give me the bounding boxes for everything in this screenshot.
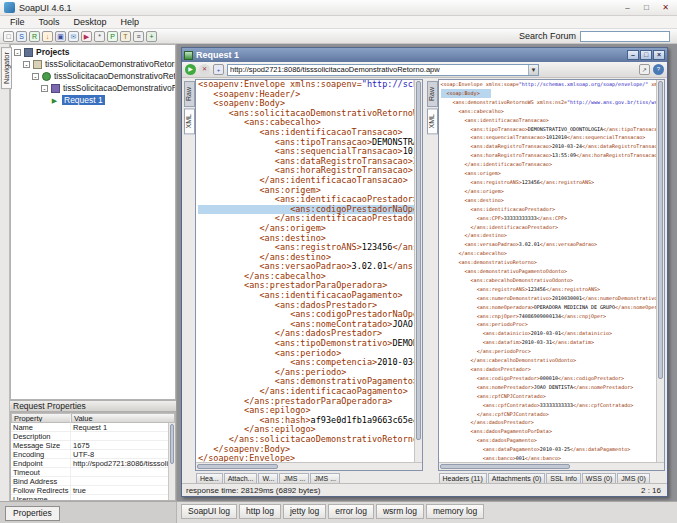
xml-line[interactable]: <ans:sequencialTransacao>1012010</ans:se…	[441, 133, 646, 142]
add-to-testcase-icon[interactable]: +	[213, 64, 224, 75]
float-window-icon[interactable]: –	[627, 50, 639, 60]
log-tab-error-log[interactable]: error log	[328, 504, 374, 519]
proxy-icon[interactable]: P	[107, 31, 118, 42]
save-all-projects-icon[interactable]: ▣	[55, 31, 66, 42]
search-input[interactable]	[580, 31, 670, 42]
xml-line[interactable]: </ans:origem>	[441, 187, 504, 196]
log-tab-jetty-log[interactable]: jetty log	[283, 504, 326, 519]
xml-line[interactable]: <soap:Envelope xmlns:soap="http://schema…	[441, 80, 657, 89]
request-horizontal-scrollbar[interactable]	[196, 462, 422, 470]
response-hscroll-thumb[interactable]	[440, 464, 571, 469]
maximize-window-icon[interactable]: □	[640, 50, 652, 60]
xml-line[interactable]: </ans:cabecalhoDemonstrativoOdonto>	[441, 356, 576, 365]
response-editor-tab-raw[interactable]: Raw	[427, 81, 438, 107]
submit-request-icon[interactable]: ▶	[185, 64, 196, 75]
xml-line[interactable]: <ans:demonstrativoRetornoWS xmlns:ns2="h…	[441, 98, 657, 107]
xml-line[interactable]: <ans:dataPagamento>2010-03-25</ans:dataP…	[441, 445, 631, 454]
endpoint-combo[interactable]: http://spod2721:8086/tisssolicitacaoDemo…	[227, 64, 539, 76]
xml-line[interactable]: <ans:origem>	[441, 169, 501, 178]
tutorials-icon[interactable]: T	[120, 31, 131, 42]
request-vscroll-thumb[interactable]	[416, 81, 421, 440]
xml-line[interactable]: <ans:dadosPagamentoPorData>	[441, 427, 552, 436]
column-header-value[interactable]: Value	[71, 413, 175, 423]
property-row[interactable]: Username	[11, 495, 175, 501]
menu-desktop[interactable]: Desktop	[67, 17, 114, 27]
close-window-icon[interactable]: ×	[653, 50, 665, 60]
xml-line[interactable]: <ans:dadosPrestador>	[441, 365, 531, 374]
collapse-toggle-icon[interactable]: -	[14, 49, 21, 56]
log-tab-soapui-log[interactable]: SoapUI log	[181, 504, 237, 519]
log-tab-memory-log[interactable]: memory log	[426, 504, 484, 519]
request-subtab[interactable]: W...	[258, 473, 278, 483]
properties-scroll-thumb[interactable]	[170, 424, 174, 464]
log-tab-http-log[interactable]: http log	[239, 504, 281, 519]
xml-line[interactable]: <ans:numeroDemonstrativo>2010030001</ans…	[441, 294, 657, 303]
response-subtab[interactable]: SSL Info	[546, 473, 581, 483]
tree-node-interface[interactable]: -tissSolicitacaoDemonstrativoRetorno_Bin…	[11, 70, 175, 82]
menu-help[interactable]: Help	[114, 17, 147, 27]
xml-line[interactable]: <ans:codigoPrestador>000010</ans:codigoP…	[441, 374, 625, 383]
column-header-property[interactable]: Property	[11, 413, 71, 423]
request-window-titlebar[interactable]: Request 1 –□×	[182, 48, 667, 62]
request-editor-tab-raw[interactable]: Raw	[184, 81, 195, 107]
collapse-toggle-icon[interactable]: -	[41, 85, 48, 92]
collapse-toggle-icon[interactable]: -	[32, 73, 39, 80]
minimize-icon[interactable]: –	[618, 1, 637, 14]
xml-line[interactable]: <ans:destino>	[441, 196, 504, 205]
xml-line[interactable]: <ans:cpfContratado>33333333333</ans:cpfC…	[441, 401, 634, 410]
response-vscroll-thumb[interactable]	[658, 81, 663, 379]
close-icon[interactable]: ✕	[656, 1, 675, 14]
request-xml-editor[interactable]: <soapenv:Envelope xmlns:soapenv="http://…	[196, 80, 414, 462]
response-subtab[interactable]: Headers (11)	[439, 473, 487, 483]
xml-line[interactable]: </ans:periodoProc>	[441, 347, 531, 356]
soapui-pro-icon[interactable]: +	[146, 31, 157, 42]
xml-line[interactable]: <ans:tipoTransacao>DEMONSTRATIVO_ODONTOL…	[441, 125, 657, 134]
navigator-tab[interactable]: Navigator	[1, 47, 12, 89]
preferences-icon[interactable]: *	[94, 31, 105, 42]
xml-line[interactable]: <ans:cpfCNPJContratado>	[441, 392, 546, 401]
xml-line[interactable]: </ans:cpfCNPJContratado>	[441, 410, 549, 419]
maximize-icon[interactable]: □	[637, 1, 656, 14]
new-rest-project-icon[interactable]: R	[29, 31, 40, 42]
response-horizontal-scrollbar[interactable]	[439, 462, 665, 470]
xml-line[interactable]: <ans:datafim>2010-03-31</ans:datafim>	[441, 338, 595, 347]
response-vertical-scrollbar[interactable]	[656, 80, 664, 462]
collapse-toggle-icon[interactable]: -	[23, 61, 30, 68]
chevron-down-icon[interactable]: ▼	[528, 65, 538, 75]
xml-line[interactable]: </ans:dadosPrestador>	[441, 418, 534, 427]
xml-line[interactable]: <ans:dadosPagamento>	[441, 436, 537, 445]
tear-off-icon[interactable]: ↗	[639, 64, 650, 75]
xml-line[interactable]: <soap:Body>	[441, 89, 491, 98]
xml-line[interactable]: <ans:identificacaoTransacao>	[441, 116, 549, 125]
request-subtab[interactable]: Hea...	[196, 473, 223, 483]
menu-file[interactable]: File	[3, 17, 32, 27]
response-subtab[interactable]: WSS (0)	[582, 473, 616, 483]
menu-tools[interactable]: Tools	[32, 17, 67, 27]
response-subtab[interactable]: Attachments (0)	[488, 473, 545, 483]
forum-icon[interactable]: ✉	[68, 31, 79, 42]
request-subtab[interactable]: JMS ...	[310, 473, 340, 483]
request-hscroll-thumb[interactable]	[197, 464, 278, 469]
response-subtab[interactable]: JMS (0)	[617, 473, 650, 483]
tree-node-operation[interactable]: -tissSolicitacaoDemonstrativoRetorno	[11, 82, 175, 94]
xml-line[interactable]: <ans:registroANS>123456</ans:registroANS…	[441, 178, 595, 187]
response-editor-tab-xml[interactable]: XML	[427, 108, 438, 134]
new-soap-project-icon[interactable]: S	[16, 31, 27, 42]
import-project-icon[interactable]: ↓	[42, 31, 53, 42]
xml-line[interactable]: <ans:cabecalho>	[441, 107, 504, 116]
xml-line[interactable]: <ans:banco>001</ans:banco>	[441, 454, 561, 462]
xml-line[interactable]: <ans:datainicio>2010-03-01</ans:datainic…	[441, 329, 613, 338]
request-vertical-scrollbar[interactable]	[414, 80, 422, 462]
xml-line[interactable]: </ans:identificacaoPrestador>	[441, 223, 558, 232]
xml-line[interactable]: <ans:registroANS>123456</ans:registroANS…	[441, 285, 601, 294]
xml-line[interactable]: <ans:nomeOperadora>OPERADORA MEDICINA DE…	[441, 303, 657, 312]
request-subtab[interactable]: Attach...	[224, 473, 258, 483]
plugins-icon[interactable]: ≡	[133, 31, 144, 42]
xml-line[interactable]: </ans:destino>	[441, 231, 507, 240]
response-xml-editor[interactable]: <soap:Envelope xmlns:soap="http://schema…	[439, 80, 657, 462]
xml-line[interactable]: <ans:versaoPadrao>3.02.01</ans:versaoPad…	[441, 240, 598, 249]
properties-scrollbar[interactable]	[168, 423, 175, 500]
xml-line[interactable]: <ans:demonstrativoPagamentoOdonto>	[441, 267, 567, 276]
xml-line[interactable]: </soapenv:Envelope>	[198, 454, 295, 462]
cancel-request-icon[interactable]: ✕	[199, 64, 210, 75]
